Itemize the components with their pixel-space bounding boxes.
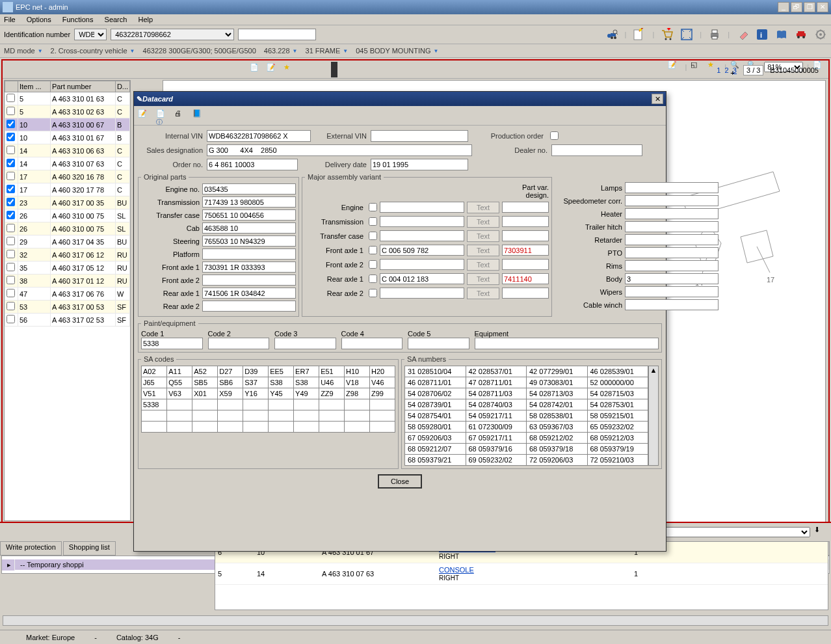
- sa-code-cell[interactable]: [370, 410, 395, 422]
- sa-code-cell[interactable]: [243, 410, 269, 422]
- sa-code-cell[interactable]: Y49: [294, 388, 319, 399]
- sa-number-cell[interactable]: 68 059212/02: [527, 433, 588, 444]
- wipers-input[interactable]: [625, 286, 719, 297]
- platform-input[interactable]: [202, 248, 296, 260]
- dc-edit-icon[interactable]: 📝: [138, 109, 151, 122]
- sa-code-cell[interactable]: V46: [370, 377, 395, 388]
- sa-code-cell[interactable]: S38: [294, 377, 319, 388]
- sa-code-cell[interactable]: J65: [142, 377, 167, 388]
- menu-search[interactable]: Search: [105, 16, 127, 23]
- sa-code-cell[interactable]: [269, 399, 294, 410]
- page-links[interactable]: 1 2 3: [717, 66, 737, 74]
- star-icon[interactable]: ★: [284, 63, 297, 76]
- internal-vin-input[interactable]: [207, 130, 311, 142]
- asm-ra2-pv[interactable]: [502, 288, 549, 299]
- sa-number-cell[interactable]: 31 028510/04: [405, 366, 466, 377]
- menu-functions[interactable]: Functions: [62, 16, 94, 23]
- table-row[interactable]: 38A 460 317 01 12RU: [5, 275, 130, 288]
- tab-shopping-list[interactable]: Shopping list: [63, 541, 116, 556]
- sa-number-cell[interactable]: 58 059215/01: [587, 410, 648, 422]
- sa-code-cell[interactable]: EE5: [269, 366, 294, 377]
- sa-code-cell[interactable]: [294, 410, 319, 422]
- expand-icon[interactable]: [680, 28, 693, 41]
- sa-code-cell[interactable]: ZZ9: [319, 388, 345, 399]
- table-row[interactable]: 5A 463 310 02 63C: [5, 105, 130, 118]
- sa-code-cell[interactable]: [167, 399, 192, 410]
- sa-code-cell[interactable]: V18: [345, 377, 370, 388]
- sa-number-cell[interactable]: 58 059280/01: [405, 422, 466, 433]
- tab-write-protection[interactable]: Write protection: [0, 541, 62, 556]
- sa-number-cell[interactable]: 58 028538/01: [527, 410, 588, 422]
- bc-group[interactable]: 045 BODY MOUNTING▼: [356, 47, 438, 55]
- shopping-cart-icon[interactable]: ✦: [661, 28, 674, 41]
- asm-ra1-pv[interactable]: [502, 273, 549, 284]
- sa-code-cell[interactable]: [269, 422, 294, 433]
- sa-code-cell[interactable]: D39: [243, 366, 269, 377]
- row-checkbox[interactable]: [7, 250, 15, 258]
- sales-desig-input[interactable]: [207, 144, 472, 156]
- asm-tc-input[interactable]: [380, 230, 464, 241]
- row-checkbox[interactable]: [7, 224, 15, 232]
- asm-fa1-pv[interactable]: [502, 245, 549, 256]
- table-row[interactable]: 56A 463 317 02 53SF: [5, 314, 130, 327]
- sa-number-cell[interactable]: 68 059212/07: [405, 444, 466, 455]
- sa-code-cell[interactable]: A02: [142, 366, 167, 377]
- sa-code-cell[interactable]: [319, 410, 345, 422]
- asm-fa1-text-btn[interactable]: Text: [467, 245, 499, 256]
- edit-icon[interactable]: 📝: [267, 63, 280, 76]
- sa-code-cell[interactable]: D27: [218, 366, 243, 377]
- sa-code-cell[interactable]: [218, 422, 243, 433]
- sa-code-cell[interactable]: V63: [167, 388, 192, 399]
- transfer-case-input[interactable]: [202, 209, 296, 221]
- sa-code-cell[interactable]: [218, 399, 243, 410]
- edit2-icon[interactable]: 📝: [668, 60, 681, 74]
- sa-code-cell[interactable]: [192, 422, 218, 433]
- dc-print-icon[interactable]: 🖨: [174, 109, 187, 122]
- sa-number-cell[interactable]: 68 059379/16: [466, 444, 527, 455]
- sa-code-cell[interactable]: Z99: [370, 388, 395, 399]
- table-row[interactable]: 10A 463 310 00 67B: [5, 118, 130, 131]
- sa-number-cell[interactable]: 65 059232/02: [587, 422, 648, 433]
- row-checkbox[interactable]: [7, 120, 15, 128]
- sa-number-cell[interactable]: 54 028739/01: [405, 399, 466, 410]
- bc-model[interactable]: 463228 300GE/G300; 500GE/G500: [143, 47, 256, 55]
- dealer-no-input[interactable]: [551, 144, 642, 156]
- edit-note-icon[interactable]: [633, 28, 646, 41]
- hitch-input[interactable]: [625, 221, 719, 232]
- asm-ra1-cb[interactable]: [369, 275, 377, 283]
- col-item[interactable]: Item ...: [18, 81, 51, 92]
- sa-code-cell[interactable]: S38: [269, 377, 294, 388]
- external-vin-input[interactable]: [371, 130, 468, 142]
- table-row[interactable]: 53A 463 317 00 53SF: [5, 301, 130, 314]
- row-checkbox[interactable]: [7, 315, 15, 323]
- code5-input[interactable]: [408, 338, 469, 349]
- table-row[interactable]: 26A 460 310 00 75SL: [5, 222, 130, 235]
- sa-code-cell[interactable]: [345, 410, 370, 422]
- sa-code-cell[interactable]: Q55: [167, 377, 192, 388]
- rims-input[interactable]: [625, 260, 719, 271]
- car-icon[interactable]: [795, 28, 808, 41]
- row-checkbox[interactable]: [7, 185, 15, 193]
- table-row[interactable]: 29A 460 317 04 35BU: [5, 235, 130, 248]
- download-icon[interactable]: ⬇: [814, 526, 827, 539]
- table-row[interactable]: 17A 460 320 16 78C: [5, 170, 130, 183]
- bc-frame[interactable]: 31 FRAME▼: [306, 47, 349, 55]
- col-d[interactable]: D...: [115, 81, 129, 92]
- sa-code-cell[interactable]: 5338: [142, 399, 167, 410]
- sa-number-cell[interactable]: 46 028711/01: [405, 377, 466, 388]
- asm-trans-cb[interactable]: [369, 217, 377, 226]
- asm-fa2-text-btn[interactable]: Text: [467, 259, 499, 271]
- sa-code-cell[interactable]: S37: [243, 377, 269, 388]
- sa-code-cell[interactable]: [167, 422, 192, 433]
- sa-codes-table[interactable]: A02A11A52D27D39EE5ER7E51H10H20J65Q55SB5S…: [141, 366, 395, 433]
- table-row[interactable]: 10A 463 310 01 67B: [5, 131, 130, 144]
- retarder-input[interactable]: [625, 234, 719, 245]
- sa-code-cell[interactable]: [218, 410, 243, 422]
- sa-code-cell[interactable]: Z98: [345, 388, 370, 399]
- row-checkbox[interactable]: [7, 94, 15, 102]
- splitter-handle[interactable]: [331, 62, 337, 77]
- print-icon[interactable]: [708, 28, 721, 41]
- sa-number-cell[interactable]: 42 077299/01: [527, 366, 588, 377]
- row-checkbox[interactable]: [7, 107, 15, 115]
- sa-code-cell[interactable]: [370, 422, 395, 433]
